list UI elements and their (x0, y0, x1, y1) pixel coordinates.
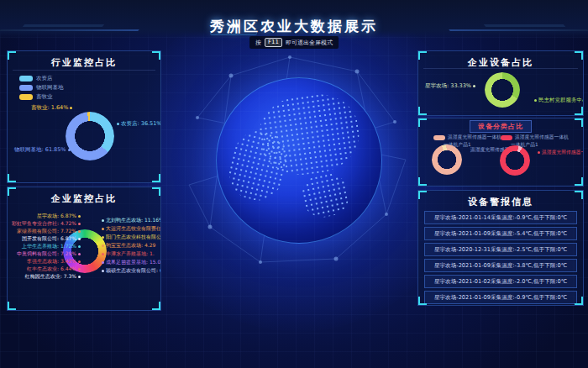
alarm-row: 星宇农场-2021-01-02采集温度:-2.0℃,低于下限:0℃ (424, 275, 577, 288)
legend-label: 温湿度光照传感器一体机 (448, 134, 501, 141)
alarm-row: 星宇农场-2021-01-09采集温度:-5.4℃,低于下限:0℃ (424, 227, 577, 240)
corner-accent (8, 51, 16, 60)
alarm-row: 星宇农场-2021-01-09采集温度:-0.9℃,低于下限:0℃ (424, 291, 577, 304)
fullscreen-tip: 按 F11 即可退出全屏模式 (249, 36, 339, 49)
device-class-donut-left (432, 145, 462, 175)
legend-item: 农资店 (19, 75, 53, 82)
chart-label: 红丰生态农业: 6.44% (27, 265, 81, 273)
globe (216, 77, 382, 244)
legend-item: 物联网基地 (19, 84, 64, 92)
corner-accent (152, 51, 160, 60)
corner-accent (418, 297, 427, 305)
legend-label: 农资店 (36, 75, 53, 82)
panel-title: 企业设备占比 (418, 51, 583, 69)
corner-accent (575, 297, 583, 305)
corner-accent (575, 177, 583, 186)
chart-label: 成果足苗盆景基地: 15.02% (102, 259, 161, 266)
globe-continent-dots (298, 170, 352, 221)
chart-label-xingyu-farm: 星宇农场: 33.33% (425, 82, 477, 90)
chart-label: 上华生态养殖场: 1.72% (22, 243, 81, 250)
chart-label: 李强生态农场: 3.42% (27, 258, 81, 265)
divider (423, 68, 578, 69)
corner-accent (152, 174, 160, 182)
corner-accent (8, 174, 16, 182)
chart-label-animal-husbandry: 畜牧业: 1.64% (31, 104, 74, 112)
panel-device-alarms: 设备警报信息 星宇农场-2021-01-14采集温度:-0.9℃,低于下限:0℃… (417, 190, 584, 306)
corner-accent (8, 302, 16, 310)
panel-industry-monitor-ratio: 行业监控占比 农资店 物联网基地 畜牧业 畜牧业: 1.64% 农资店: 36.… (7, 50, 161, 183)
chart-label: 大运河生态牧业有限责任公 (102, 225, 161, 233)
corner-accent (575, 107, 583, 115)
corner-accent (8, 187, 16, 196)
panel-title: 设备分类占比 (470, 120, 532, 133)
corner-accent (152, 302, 160, 310)
panel-enterprise-equipment-ratio: 企业设备占比 星宇农场: 33.33% 民主村党群服务中心: (417, 50, 584, 116)
panel-title: 行业监控占比 (8, 51, 160, 69)
fullscreen-tip-prefix: 按 (255, 39, 261, 47)
legend-item: 温湿度光照传感器一体机 (501, 134, 569, 141)
panel-device-class-ratio: 设备分类占比 温湿度光照传感器一体机 一体机产品1 温湿度光照传感器一 温湿度光… (417, 118, 584, 187)
legend-swatch-farm-store (19, 76, 33, 81)
corner-accent (418, 191, 427, 199)
corner-accent (152, 187, 160, 196)
chart-label: 中奥饲料有限公司: 7.29% (17, 250, 81, 258)
panel-title: 设备警报信息 (418, 191, 583, 208)
corner-accent (418, 107, 427, 115)
legend-label: 温湿度光照传感器一体机 (515, 134, 569, 141)
page-title: 秀洲区农业大数据展示 (0, 17, 588, 36)
industry-donut-chart (66, 112, 114, 160)
device-class-donut-right (500, 145, 530, 176)
corner-accent (418, 118, 427, 127)
corner-accent (418, 177, 427, 186)
legend-label: 物联网基地 (36, 84, 64, 92)
legend-swatch-sensor-red (501, 135, 512, 140)
legend-swatch-iot-base (19, 85, 33, 91)
chart-label-minzhu-village: 民主村党群服务中心: (533, 97, 584, 104)
legend-item: 温湿度光照传感器一体机 (433, 134, 501, 141)
corner-accent (575, 118, 583, 127)
chart-label: 国开发有限公司: 6.87% (22, 235, 81, 243)
alarm-row: 星宇农场-2021-01-09采集温度:-3.8℃,低于下限:0℃ (424, 259, 577, 272)
fullscreen-tip-suffix: 即可退出全屏模式 (286, 39, 333, 47)
legend-label: 畜牧业 (36, 93, 53, 101)
chart-label: 丰潭水产养殖基地: 1. (102, 250, 155, 258)
f11-key-badge: F11 (265, 38, 282, 47)
chart-label: 家绿养殖有限公司: 7.72% (17, 228, 81, 235)
divider (13, 70, 155, 71)
panel-title: 企业监控占比 (8, 187, 160, 205)
chart-label: 鸭宝宝生态农场: 4.29 (102, 242, 155, 250)
legend-swatch-sensor-pink (433, 135, 445, 140)
corner-accent (575, 191, 583, 199)
dashboard: 秀洲区农业大数据展示 按 F11 即可退出全屏模式 行业监控占比 农资店 物联网… (0, 0, 588, 368)
equipment-donut-chart (485, 72, 520, 108)
chart-label: 北刘鸭生态农场: 11.16% (102, 217, 161, 224)
chart-label: 星宇农场: 6.87% (37, 213, 81, 220)
chart-label-farm-store: 农资店: 36.51% (115, 120, 161, 128)
corner-accent (575, 51, 583, 60)
chart-label: 阳门生态农业科技有限公 (102, 234, 161, 241)
alarm-row: 星宇农场-2020-12-31采集温度:-2.5℃,低于下限:0℃ (424, 243, 577, 256)
chart-label-iot-base: 物联网基地: 61.85% (14, 146, 72, 154)
legend-item: 畜牧业 (19, 93, 53, 101)
chart-label: 颖硕生态农业有限公司: 6.87 (102, 267, 161, 275)
corner-accent (418, 51, 427, 60)
panel-enterprise-monitor-ratio: 企业监控占比 星宇农场: 6.87% 彩虹甲鱼专业合作社: 4.72% 家绿养殖… (7, 187, 161, 311)
chart-label-sensor-right: 温湿度光照传感器一 (536, 149, 584, 156)
alarm-row: 星宇农场-2021-01-14采集温度:-0.9℃,低于下限:0℃ (424, 211, 577, 224)
chart-label: 红梅园生态农业: 7.3% (25, 273, 81, 281)
chart-label: 彩虹甲鱼专业合作社: 4.72% (12, 220, 81, 228)
legend-swatch-animal-husbandry (19, 94, 33, 100)
